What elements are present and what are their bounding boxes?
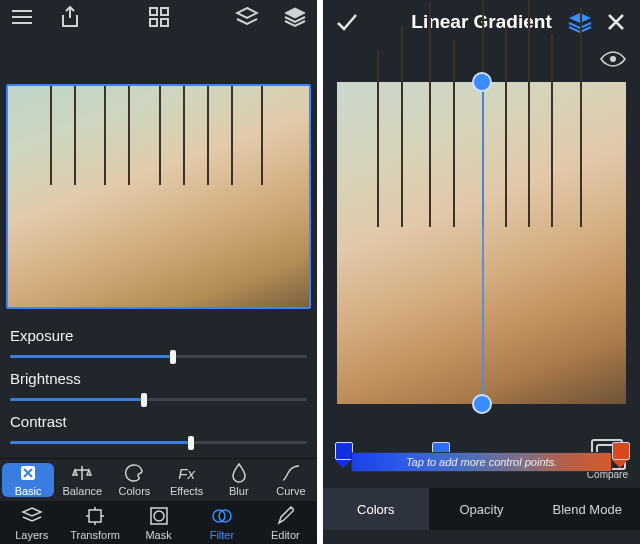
- svg-point-7: [154, 511, 164, 521]
- gradient-bar[interactable]: Tap to add more control points.: [351, 452, 612, 472]
- image-content: [8, 86, 309, 307]
- filter-blur[interactable]: Blur: [213, 459, 265, 501]
- nav-editor[interactable]: Editor: [254, 501, 317, 544]
- filter-balance[interactable]: Balance: [56, 459, 108, 501]
- exposure-slider[interactable]: [10, 348, 307, 364]
- bottom-nav: Layers Transform Mask Filter Editor: [0, 501, 317, 544]
- tab-opacity[interactable]: Opacity: [429, 488, 535, 530]
- close-icon[interactable]: [602, 8, 630, 36]
- filter-basic[interactable]: Basic: [2, 463, 54, 497]
- layers-solid-icon[interactable]: [281, 3, 309, 31]
- visibility-icon[interactable]: [600, 51, 626, 67]
- nav-filter[interactable]: Filter: [190, 501, 253, 544]
- menu-icon[interactable]: [8, 3, 36, 31]
- tab-colors[interactable]: Colors: [323, 488, 429, 530]
- filter-category-row: Basic Balance Colors FxEffects Blur Curv…: [0, 458, 317, 501]
- image-canvas[interactable]: [6, 84, 311, 309]
- filter-curve[interactable]: Curve: [265, 459, 317, 501]
- svg-rect-3: [161, 19, 168, 26]
- confirm-icon[interactable]: [333, 8, 361, 36]
- gradient-tabs: Colors Opacity Blend Mode: [323, 488, 640, 530]
- grid-icon[interactable]: [145, 3, 173, 31]
- layers-outline-icon[interactable]: [233, 3, 261, 31]
- svg-rect-2: [150, 19, 157, 26]
- brightness-slider[interactable]: [10, 391, 307, 407]
- nav-transform[interactable]: Transform: [63, 501, 126, 544]
- gradient-axis[interactable]: [482, 74, 484, 412]
- contrast-label: Contrast: [10, 413, 307, 430]
- svg-rect-5: [89, 510, 101, 522]
- svg-point-10: [610, 56, 616, 62]
- filter-effects[interactable]: FxEffects: [161, 459, 213, 501]
- gradient-canvas[interactable]: [337, 82, 626, 404]
- gradient-stop-3[interactable]: [612, 442, 628, 472]
- gradient-strip[interactable]: Tap to add more control points.: [335, 442, 628, 472]
- gradient-handle-top[interactable]: [472, 72, 492, 92]
- nav-layers[interactable]: Layers: [0, 501, 63, 544]
- exposure-label: Exposure: [10, 327, 307, 344]
- contrast-slider[interactable]: [10, 434, 307, 450]
- tab-blend-mode[interactable]: Blend Mode: [534, 488, 640, 530]
- svg-rect-1: [161, 8, 168, 15]
- svg-rect-0: [150, 8, 157, 15]
- sliders-panel: Exposure Brightness Contrast: [0, 319, 317, 458]
- toolbar-left: [0, 0, 317, 34]
- gradient-handle-bottom[interactable]: [472, 394, 492, 414]
- gradient-stop-1[interactable]: [335, 442, 351, 472]
- share-icon[interactable]: [56, 3, 84, 31]
- nav-mask[interactable]: Mask: [127, 501, 190, 544]
- brightness-label: Brightness: [10, 370, 307, 387]
- gradient-hint: Tap to add more control points.: [406, 456, 557, 468]
- filter-colors[interactable]: Colors: [108, 459, 160, 501]
